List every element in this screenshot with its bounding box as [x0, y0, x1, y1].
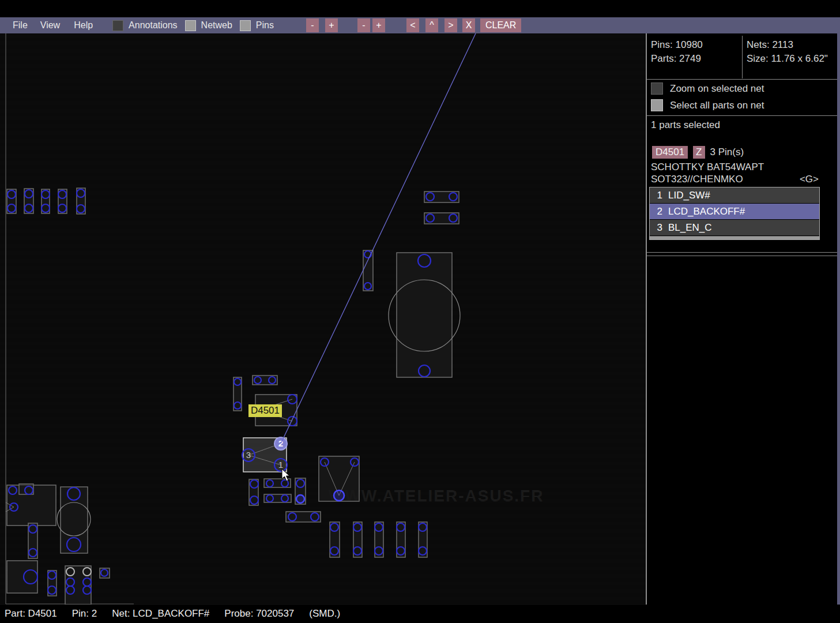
netweb-checkbox[interactable]	[185, 20, 196, 31]
stats-right: Nets: 2113 Size: 11.76 x 6.62"	[747, 38, 833, 66]
nets-count: Nets: 2113	[747, 38, 833, 52]
pin-row-1[interactable]: 1 LID_SW#	[650, 187, 819, 203]
section-divider	[647, 115, 837, 116]
menu-view[interactable]: View	[38, 20, 62, 31]
board-svg: 231	[0, 33, 646, 605]
netweb-label: Netweb	[201, 20, 232, 31]
part-package: SOT323//CHENMKO	[651, 174, 743, 185]
part-description: SCHOTTKY BAT54WAPT	[651, 162, 764, 173]
pin-net: LCD_BACKOFF#	[668, 204, 745, 219]
section-divider	[647, 79, 837, 80]
zoom-part-button[interactable]: Z	[693, 146, 705, 159]
status-net: Net: LCD_BACKOFF#	[112, 608, 209, 620]
status-pin: Pin: 2	[72, 608, 97, 620]
pin-number-label: 1	[278, 460, 283, 470]
parts-count: Parts: 2749	[651, 52, 703, 66]
pin-number: 1	[650, 187, 662, 203]
pin-list: 1 LID_SW# 2 LCD_BACKOFF# 3 BL_EN_C	[649, 187, 820, 240]
pin-net: LID_SW#	[668, 187, 710, 203]
minus-button[interactable]: -	[357, 18, 370, 32]
app-window: File View Help Annotations Netweb Pins -…	[0, 0, 840, 623]
menu-bar: File View Help Annotations Netweb Pins -…	[0, 17, 840, 33]
part-header: D4501 Z 3 Pin(s)	[652, 146, 744, 159]
pins-checkbox[interactable]	[240, 20, 251, 31]
pin-number: 2	[650, 204, 662, 219]
flip-button[interactable]: ^	[425, 18, 438, 32]
pins-count: Pins: 10980	[651, 38, 703, 52]
right-scrollbar[interactable]	[837, 17, 840, 605]
option-zoom-net: Zoom on selected net	[651, 82, 764, 95]
pins-label: Pins	[256, 20, 274, 31]
rotate-right-button[interactable]: >	[445, 18, 457, 32]
pin-net: BL_EN_C	[668, 220, 712, 235]
rotate-left-button[interactable]: <	[406, 18, 419, 32]
close-button[interactable]: X	[462, 18, 475, 32]
annotations-checkbox[interactable]	[112, 20, 123, 31]
option-select-all: Select all parts on net	[651, 99, 764, 111]
component[interactable]	[7, 561, 37, 593]
zoom-net-checkbox[interactable]	[651, 82, 663, 95]
pin-row-2[interactable]: 2 LCD_BACKOFF#	[650, 204, 819, 219]
annotations-label: Annotations	[129, 20, 178, 31]
selection-summary: 1 parts selected	[651, 119, 720, 131]
pin-number-label: 3	[246, 450, 251, 460]
status-part: Part: D4501	[5, 608, 57, 620]
zoom-out-button[interactable]: -	[306, 18, 319, 32]
stats-divider	[742, 36, 743, 78]
pin-count-label: 3 Pin(s)	[710, 147, 744, 158]
component[interactable]	[397, 253, 452, 377]
component[interactable]	[42, 189, 50, 213]
board-size: Size: 11.76 x 6.62"	[747, 52, 833, 66]
menu-file[interactable]: File	[10, 20, 30, 31]
component[interactable]	[61, 487, 88, 553]
status-probe: Probe: 7020537	[224, 608, 294, 620]
section-divider	[647, 252, 837, 253]
status-bar: Part: D4501 Pin: 2 Net: LCD_BACKOFF# Pro…	[0, 605, 840, 623]
plus-button[interactable]: +	[372, 18, 385, 32]
zoom-in-button[interactable]: +	[325, 18, 338, 32]
select-all-label: Select all parts on net	[670, 100, 764, 111]
pin[interactable]	[334, 490, 344, 501]
part-ref-button[interactable]: D4501	[652, 146, 688, 159]
stats-left: Pins: 10980 Parts: 2749	[651, 38, 703, 66]
board-canvas[interactable]: WWW.ATELIER-ASUS.FR 231 D4501	[0, 33, 646, 605]
net-highlight-line	[281, 33, 476, 444]
section-divider	[647, 256, 837, 256]
clear-button[interactable]: CLEAR	[480, 18, 521, 32]
pin-row-3[interactable]: 3 BL_EN_C	[650, 220, 819, 235]
status-mount: (SMD.)	[309, 608, 340, 620]
pin-number: 3	[650, 220, 662, 235]
zoom-net-label: Zoom on selected net	[670, 83, 764, 95]
select-all-checkbox[interactable]	[651, 99, 663, 111]
info-panel: Pins: 10980 Parts: 2749 Nets: 2113 Size:…	[647, 33, 837, 605]
pin[interactable]	[296, 495, 304, 503]
panel-separator	[646, 33, 647, 605]
menu-help[interactable]: Help	[71, 20, 95, 31]
list-scrollbar[interactable]	[650, 236, 819, 239]
group-tag: <G>	[800, 174, 819, 185]
component[interactable]	[28, 523, 37, 558]
part-ref-label: D4501	[248, 404, 282, 417]
